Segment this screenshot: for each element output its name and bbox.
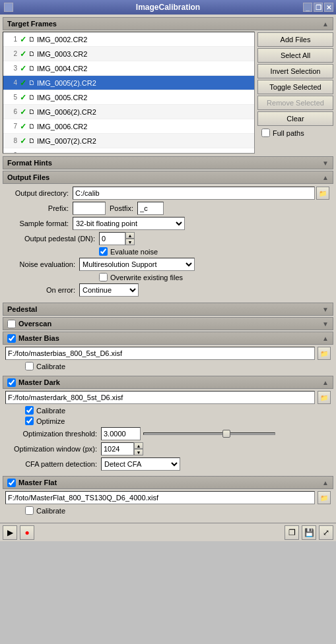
file-list[interactable]: 1 ✓ 🗋 IMG_0002.CR2 2 ✓ 🗋 IMG_0003.CR2 3 … (3, 32, 254, 153)
master-dark-header[interactable]: Master Dark ▲ (3, 376, 333, 389)
record-icon: ● (24, 528, 29, 537)
add-files-button[interactable]: Add Files (257, 32, 333, 47)
optimization-threshold-slider[interactable] (143, 432, 275, 435)
optimization-threshold-thumb[interactable] (222, 430, 230, 438)
output-directory-input[interactable] (73, 187, 315, 200)
select-all-button[interactable]: Select All (257, 48, 333, 63)
evaluate-noise-checkbox[interactable] (99, 247, 108, 256)
optimization-threshold-row: Optimization threshold: (5, 427, 331, 440)
title-bar: ImageCalibration _ ❐ ✕ (0, 0, 336, 15)
toggle-selected-button[interactable]: Toggle Selected (257, 80, 333, 94)
pedestal-section: Pedestal ▼ (3, 303, 333, 316)
close-button[interactable]: ✕ (324, 3, 333, 12)
sample-format-row: Sample format: 32-bit floating point (7, 217, 329, 230)
postfix-input[interactable] (137, 202, 164, 215)
table-row[interactable]: 7 ✓ 🗋 IMG_0006.CR2 (3, 119, 254, 134)
target-frames-header[interactable]: Target Frames ▲ (3, 17, 333, 30)
overscan-arrow: ▼ (322, 320, 329, 328)
output-directory-browse-button[interactable]: 📁 (316, 187, 329, 200)
remove-selected-button[interactable]: Remove Selected (257, 96, 333, 110)
master-dark-optimize-row: Optimize (5, 417, 331, 425)
table-row[interactable]: 5 ✓ 🗋 IMG_0005.CR2 (3, 90, 254, 105)
table-row[interactable]: 2 ✓ 🗋 IMG_0003.CR2 (3, 47, 254, 61)
table-row[interactable]: 1 ✓ 🗋 IMG_0002.CR2 (3, 32, 254, 47)
overscan-checkbox[interactable] (7, 320, 16, 328)
target-frames-label: Target Frames (7, 20, 57, 28)
master-flat-calibrate-row: Calibrate (5, 506, 331, 515)
master-dark-optimize-checkbox[interactable] (25, 417, 34, 425)
master-bias-label: Master Bias (18, 334, 59, 342)
pedestal-header[interactable]: Pedestal ▼ (3, 303, 333, 316)
output-files-header[interactable]: Output Files ▲ (3, 171, 333, 184)
master-bias-browse-button[interactable]: 📁 (318, 347, 331, 360)
window-controls: _ ❐ ✕ (303, 3, 333, 12)
master-dark-content: 📁 Calibrate Optimize Optimization thresh… (3, 389, 333, 475)
master-bias-calibrate-checkbox[interactable] (25, 362, 34, 370)
master-dark-checkbox[interactable] (7, 378, 16, 387)
master-bias-section: Master Bias ▲ 📁 Calibrate (3, 332, 333, 374)
overscan-header[interactable]: Overscan ▼ (3, 317, 333, 330)
master-dark-calibrate-label: Calibrate (36, 407, 65, 415)
opt-window-down-button[interactable]: ▼ (134, 449, 143, 455)
master-bias-file-input[interactable] (5, 347, 315, 360)
master-dark-file-input[interactable] (5, 391, 315, 404)
prefix-label: Prefix: (7, 204, 73, 212)
table-row[interactable]: 6 ✓ 🗋 IMG_0006(2).CR2 (3, 105, 254, 119)
master-dark-calibrate-checkbox[interactable] (25, 406, 34, 415)
optimization-window-spinner: ▲ ▼ (101, 442, 143, 455)
master-flat-checkbox[interactable] (7, 479, 16, 487)
optimization-threshold-input[interactable] (101, 427, 141, 440)
sample-format-select[interactable]: 32-bit floating point (73, 217, 185, 230)
table-row[interactable]: 8 ✓ 🗋 IMG_0007(2).CR2 (3, 134, 254, 148)
file-icon: 🗋 (28, 36, 35, 43)
pedestal-spinner-buttons: ▲ ▼ (125, 232, 135, 245)
expand-button[interactable]: ⤢ (319, 525, 333, 540)
file-name: IMG_0004.CR2 (37, 65, 87, 73)
restore-button[interactable]: ❐ (285, 525, 299, 540)
clear-button[interactable]: Clear (257, 111, 333, 126)
cfa-pattern-label: CFA pattern detection: (5, 460, 101, 468)
invert-selection-button[interactable]: Invert Selection (257, 64, 333, 78)
noise-evaluation-select[interactable]: Multiresolution Support (79, 258, 195, 271)
output-directory-row: Output directory: 📁 (7, 187, 329, 200)
master-bias-header[interactable]: Master Bias ▲ (3, 332, 333, 345)
format-hints-label: Format Hints (7, 159, 52, 167)
record-button[interactable]: ● (20, 525, 34, 540)
output-files-section: Output Files ▲ Output directory: 📁 Prefi… (3, 171, 333, 301)
restore-icon: ❐ (288, 528, 296, 537)
check-icon: ✓ (20, 107, 26, 117)
play-button[interactable]: ▶ (3, 525, 17, 540)
output-pedestal-input[interactable] (99, 232, 125, 245)
optimization-window-input[interactable] (101, 442, 134, 455)
master-flat-browse-button[interactable]: 📁 (318, 491, 331, 504)
pedestal-up-button[interactable]: ▲ (125, 232, 135, 239)
full-paths-checkbox[interactable] (261, 129, 270, 137)
on-error-select[interactable]: Continue (79, 283, 139, 297)
overwrite-checkbox[interactable] (99, 273, 108, 281)
opt-window-up-button[interactable]: ▲ (134, 442, 143, 449)
check-icon: ✓ (20, 93, 26, 102)
master-bias-checkbox[interactable] (7, 334, 16, 343)
save-icon: 💾 (304, 528, 314, 537)
master-dark-browse-button[interactable]: 📁 (318, 391, 331, 404)
restore-button[interactable]: ❐ (314, 3, 323, 12)
master-flat-content: 📁 Calibrate (3, 489, 333, 519)
table-row[interactable]: 3 ✓ 🗋 IMG_0004.CR2 (3, 61, 254, 76)
cfa-pattern-select[interactable]: Detect CFA (101, 457, 180, 471)
check-icon: ✓ (20, 49, 26, 59)
master-flat-header[interactable]: Master Flat ▲ (3, 476, 333, 489)
bottom-toolbar: ▶ ● ❐ 💾 ⤢ (0, 523, 336, 541)
master-flat-file-input[interactable] (5, 491, 315, 504)
pedestal-down-button[interactable]: ▼ (125, 239, 135, 245)
file-icon: 🗋 (28, 137, 35, 144)
format-hints-header[interactable]: Format Hints ▼ (3, 156, 333, 169)
master-dark-file-row: 📁 (5, 391, 331, 404)
table-row[interactable]: 4 ✓ 🗋 IMG_0005(2).CR2 (3, 76, 254, 90)
master-flat-calibrate-checkbox[interactable] (25, 506, 34, 515)
save-button[interactable]: 💾 (302, 525, 316, 540)
check-icon: ✓ (20, 151, 26, 154)
table-row[interactable]: 9 ✓ 🗋 IMG_0007.CR2 (3, 148, 254, 153)
prefix-input[interactable] (73, 202, 106, 215)
file-name: IMG_0005.CR2 (37, 94, 87, 102)
minimize-button[interactable]: _ (303, 3, 312, 12)
